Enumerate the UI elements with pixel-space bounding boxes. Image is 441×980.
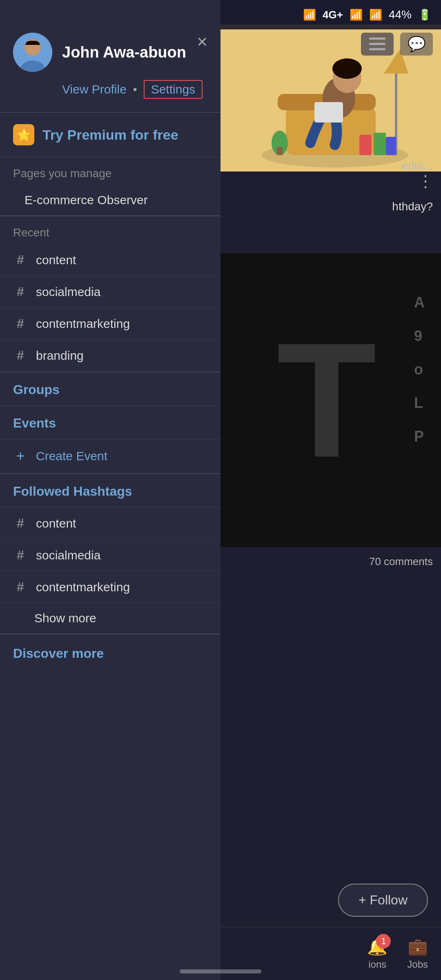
svg-rect-15 (369, 38, 385, 40)
star-icon: ⭐ (17, 128, 31, 142)
close-drawer-button[interactable]: × (197, 33, 207, 51)
battery-level: 44% (389, 8, 412, 21)
background-right-panel: 💬 ⋮ edia... hthday? T A 9 o L P 70 comme… (212, 0, 441, 980)
media-snippet: edia... (402, 159, 433, 172)
followed-item-content[interactable]: # content (0, 508, 220, 539)
svg-rect-10 (359, 135, 372, 155)
recent-item-contentmarketing[interactable]: # contentmarketing (0, 308, 220, 340)
recent-tag-3: contentmarketing (36, 317, 130, 331)
jobs-icon: 💼 (408, 937, 428, 956)
plus-icon: + (13, 448, 28, 465)
followed-tag-2: socialmedia (36, 548, 100, 562)
bg-typography-image: T A 9 o L P (212, 253, 441, 547)
hash-icon-1: # (13, 252, 28, 267)
avatar (13, 33, 52, 72)
svg-rect-16 (369, 43, 385, 45)
user-name: John Awa-abuon (62, 44, 207, 61)
side-drawer: John Awa-abuon View Profile • Settings ×… (0, 0, 220, 980)
nav-jobs[interactable]: 💼 Jobs (407, 937, 428, 970)
big-t-letter: T (277, 318, 376, 482)
page-item-ecommerce[interactable]: E-commerce Observer (0, 185, 220, 216)
followed-hashtags-header[interactable]: Followed Hashtags (0, 474, 220, 508)
hash-icon-3: # (13, 316, 28, 331)
network-type: 4G+ (323, 9, 343, 21)
signal-icon-2: 📶 (369, 9, 382, 21)
signal-icon-1: 📶 (350, 9, 363, 21)
recent-item-socialmedia[interactable]: # socialmedia (0, 276, 220, 308)
comments-count: 70 comments (369, 555, 433, 568)
followed-item-socialmedia[interactable]: # socialmedia (0, 539, 220, 571)
events-section-header[interactable]: Events (0, 406, 220, 439)
premium-icon: ⭐ (13, 124, 34, 145)
profile-links: View Profile • Settings (13, 80, 207, 99)
followed-tag-1: content (36, 517, 76, 530)
wifi-icon: 📶 (303, 9, 316, 21)
svg-rect-7 (314, 102, 343, 122)
followed-tag-3: contentmarketing (36, 580, 130, 594)
followed-hash-icon-2: # (13, 548, 28, 563)
recent-item-branding[interactable]: # branding (0, 340, 220, 372)
chat-icon-box[interactable]: 💬 (400, 33, 433, 56)
chat-bubble-icon: 💬 (408, 36, 426, 53)
jobs-label: Jobs (407, 959, 428, 970)
drawer-header: John Awa-abuon View Profile • Settings × (0, 0, 220, 112)
recent-tag-1: content (36, 253, 76, 267)
settings-link[interactable]: Settings (144, 80, 203, 99)
notification-badge: 1 (376, 934, 391, 949)
three-dots-menu[interactable]: ⋮ (417, 172, 433, 190)
svg-rect-17 (369, 48, 385, 50)
followed-hash-icon-3: # (13, 579, 28, 595)
svg-rect-14 (277, 147, 283, 155)
side-letters: A 9 o L P (414, 294, 425, 445)
nav-notifications[interactable]: 🔔 1 ions (367, 937, 388, 970)
hash-icon-2: # (13, 284, 28, 299)
menu-icon-box (361, 33, 394, 56)
create-event-row[interactable]: + Create Event (0, 439, 220, 473)
recent-section-label: Recent (0, 216, 220, 244)
battery-icon: 🔋 (418, 9, 431, 21)
svg-rect-12 (386, 137, 396, 155)
scroll-indicator (180, 969, 261, 973)
premium-banner[interactable]: ⭐ Try Premium for free (0, 113, 220, 157)
premium-text: Try Premium for free (42, 127, 178, 143)
notifications-label: ions (368, 959, 386, 970)
link-separator: • (133, 83, 137, 96)
top-action-icons: 💬 (361, 33, 433, 56)
follow-button[interactable]: + Follow (338, 884, 428, 917)
create-event-label: Create Event (36, 449, 107, 463)
followed-hash-icon-1: # (13, 516, 28, 531)
recent-item-content[interactable]: # content (0, 244, 220, 276)
view-profile-link[interactable]: View Profile (62, 82, 127, 96)
followed-item-contentmarketing[interactable]: # contentmarketing (0, 571, 220, 603)
birthday-snippet: hthday? (392, 200, 433, 213)
pages-section-label: Pages you manage (0, 157, 220, 185)
discover-more-link[interactable]: Discover more (0, 635, 220, 673)
recent-tag-4: branding (36, 349, 84, 363)
svg-rect-11 (374, 133, 386, 155)
recent-tag-2: socialmedia (36, 285, 100, 299)
hash-icon-4: # (13, 348, 28, 363)
user-row: John Awa-abuon (13, 33, 207, 72)
groups-section-header[interactable]: Groups (0, 372, 220, 406)
show-more-button[interactable]: Show more (0, 603, 220, 634)
status-bar-right: 📶 4G+ 📶 📶 44% 🔋 (212, 0, 441, 29)
svg-point-6 (332, 58, 362, 79)
